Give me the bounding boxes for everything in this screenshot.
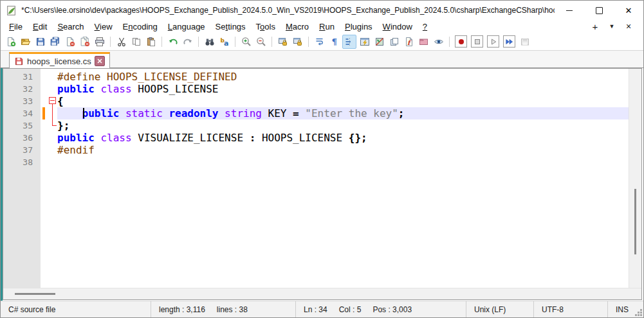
paste-icon[interactable]: [143, 33, 158, 49]
folder-workspace-icon[interactable]: [416, 33, 431, 49]
copy-icon[interactable]: [129, 33, 143, 49]
horizontal-scrollbar-thumb[interactable]: [15, 293, 55, 295]
title-bar[interactable]: *C:\Users\lee.orsino\dev\packages\HOOPS_…: [1, 1, 643, 20]
menu-item-plugins[interactable]: Plugins: [340, 21, 378, 32]
fold-margin: [48, 156, 57, 168]
stop-macro-icon[interactable]: [471, 35, 483, 48]
line-number[interactable]: 33: [3, 95, 41, 107]
resize-grip[interactable]: [640, 314, 642, 316]
line-number[interactable]: 37: [3, 144, 41, 156]
function-list-icon[interactable]: f: [401, 33, 416, 49]
code-line-34: 34 public static readonly string KEY = "…: [3, 107, 629, 119]
vertical-scrollbar[interactable]: [629, 69, 641, 288]
sync-horizontal-icon[interactable]: [290, 33, 305, 49]
save-icon[interactable]: [33, 33, 48, 49]
minimize-button[interactable]: [555, 1, 584, 20]
window-title: *C:\Users\lee.orsino\dev\packages\HOOPS_…: [21, 6, 555, 15]
close-tab-button[interactable]: ×: [620, 21, 637, 31]
line-number[interactable]: 31: [3, 71, 41, 83]
undo-icon[interactable]: [165, 33, 180, 49]
record-macro-icon[interactable]: [455, 35, 467, 48]
close-doc-icon[interactable]: [62, 33, 77, 49]
code-line-31: 31#define HOOPS_LICENSE_DEFINED: [3, 71, 629, 83]
code-text[interactable]: {: [57, 95, 629, 107]
menu-item-settings[interactable]: Settings: [210, 21, 251, 32]
line-number[interactable]: 34: [3, 107, 41, 119]
lightning-window-icon[interactable]: [357, 33, 372, 49]
menu-item-search[interactable]: Search: [52, 21, 89, 32]
toolbar-separator: [235, 37, 235, 47]
tab-hoops-license[interactable]: hoops_license.cs: [9, 52, 110, 68]
fold-margin: [48, 132, 57, 144]
redo-icon[interactable]: [180, 33, 195, 49]
code-text[interactable]: };: [57, 119, 629, 132]
line-number[interactable]: 35: [3, 119, 41, 132]
tab-close-icon: [97, 58, 102, 64]
code-text[interactable]: public class HOOPS_LICENSE: [57, 83, 629, 95]
change-marker-margin: [41, 71, 48, 83]
code-text[interactable]: [57, 156, 629, 168]
new-tab-button[interactable]: +: [587, 21, 603, 32]
code-text[interactable]: public class VISUALIZE_LICENSE : HOOPS_L…: [57, 132, 629, 144]
menu-item-view[interactable]: View: [89, 21, 118, 32]
tab-close-button[interactable]: [95, 56, 105, 66]
status-lines: lines : 38: [217, 305, 248, 314]
menu-item-encoding[interactable]: Encoding: [118, 21, 163, 32]
fold-collapse-icon[interactable]: [49, 97, 56, 104]
code-line-38: 38: [3, 156, 629, 168]
toolbar-separator: [308, 37, 309, 47]
monitoring-eye-icon[interactable]: [431, 33, 446, 49]
menu-item-language[interactable]: Language: [163, 21, 210, 32]
indent-guide-icon[interactable]: [342, 35, 356, 49]
show-all-characters-icon[interactable]: ¶: [327, 33, 342, 49]
word-wrap-icon[interactable]: [312, 33, 327, 49]
tab-bar: hoops_license.cs: [1, 51, 643, 68]
menu-item-help[interactable]: ?: [418, 21, 432, 32]
code-text[interactable]: #define HOOPS_LICENSE_DEFINED: [57, 71, 629, 83]
tab-list-dropdown-icon[interactable]: ▼: [603, 23, 620, 30]
close-button[interactable]: ✕: [614, 1, 643, 20]
menu-item-macro[interactable]: Macro: [281, 21, 314, 32]
code-rows[interactable]: 31#define HOOPS_LICENSE_DEFINED32public …: [3, 69, 629, 288]
maximize-button[interactable]: [584, 1, 614, 20]
code-text[interactable]: #endif: [57, 144, 629, 156]
status-encoding[interactable]: UTF-8: [533, 301, 607, 317]
new-file-icon[interactable]: [3, 33, 18, 49]
line-number[interactable]: 36: [3, 132, 41, 144]
modified-line-marker: [42, 107, 45, 119]
menu-item-window[interactable]: Window: [378, 21, 418, 32]
status-pos: Pos : 3,003: [373, 305, 412, 314]
menu-item-edit[interactable]: Edit: [28, 21, 52, 32]
menu-item-tools[interactable]: Tools: [251, 21, 281, 32]
run-macro-multiple-icon[interactable]: [503, 35, 515, 48]
zoom-in-icon[interactable]: [239, 33, 253, 49]
close-all-icon[interactable]: [77, 33, 92, 49]
horizontal-scrollbar[interactable]: [3, 288, 641, 299]
play-macro-icon[interactable]: [487, 35, 499, 48]
code-line-33: 33{: [3, 95, 629, 107]
line-number[interactable]: 32: [3, 83, 41, 95]
document-list-icon[interactable]: [387, 33, 401, 49]
print-icon[interactable]: [92, 33, 107, 49]
status-insert-mode[interactable]: INS: [607, 301, 643, 317]
document-map-icon[interactable]: [372, 33, 387, 49]
status-position: Ln : 34 Col : 5 Pos : 3,003: [295, 301, 466, 317]
toolbar-separator: [449, 37, 450, 47]
open-folder-icon[interactable]: [18, 33, 33, 49]
vertical-scrollbar-thumb[interactable]: [634, 189, 636, 254]
menu-item-file[interactable]: File: [4, 21, 28, 32]
editor-frame: 31#define HOOPS_LICENSE_DEFINED32public …: [3, 68, 642, 300]
change-marker-margin: [41, 107, 48, 119]
sync-vertical-icon[interactable]: [275, 33, 290, 49]
line-number[interactable]: 38: [3, 156, 41, 168]
menu-item-run[interactable]: Run: [314, 21, 340, 32]
fold-margin: [48, 95, 57, 107]
zoom-out-icon[interactable]: [253, 33, 268, 49]
status-eol[interactable]: Unix (LF): [466, 301, 533, 317]
status-ln: Ln : 34: [304, 305, 327, 314]
code-text-current-line[interactable]: public static readonly string KEY = "Ent…: [57, 107, 629, 119]
replace-icon[interactable]: ba: [217, 33, 232, 49]
cut-icon[interactable]: [114, 33, 129, 49]
save-all-icon[interactable]: [48, 33, 62, 49]
find-icon[interactable]: [202, 33, 217, 49]
